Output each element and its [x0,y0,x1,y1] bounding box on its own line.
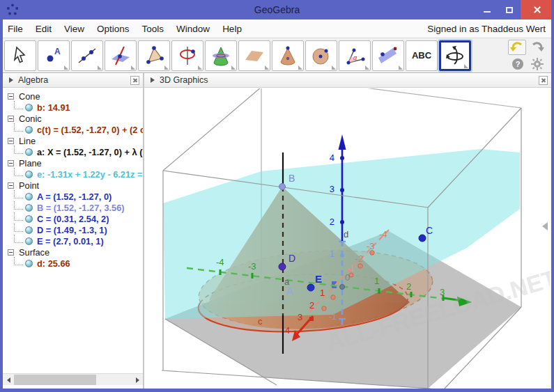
graphics-title: 3D Graphics [160,75,208,85]
collapse-minus-icon[interactable] [8,116,14,122]
gear-icon [531,58,544,70]
close-icon [541,78,546,83]
graphics-close-button[interactable] [539,76,548,85]
visibility-marble-icon[interactable] [25,148,33,156]
group-label: Point [19,180,39,191]
visibility-marble-icon[interactable] [25,237,33,245]
visibility-marble-icon[interactable] [25,226,33,234]
visibility-marble-icon[interactable] [25,104,33,111]
scene-label-C: C [426,225,433,236]
tool-plane[interactable] [238,40,270,71]
scroll-right-button[interactable] [132,374,143,386]
tool-move[interactable] [4,40,36,71]
collapse-minus-icon[interactable] [8,182,14,189]
tree-item-B[interactable]: B = (1.52, -1.27, 3.56) [3,202,143,213]
algebra-horizontal-scrollbar[interactable] [3,373,143,385]
tree-group-line[interactable]: Line [3,135,143,146]
tool-angle[interactable]: α [339,40,371,71]
collapse-minus-icon[interactable] [8,138,14,144]
tree-item-D[interactable]: D = (1.49, -1.3, 1) [3,224,143,235]
tree-item-A[interactable]: A = (1.52, -1.27, 0) [3,191,143,202]
visibility-marble-icon[interactable] [25,126,33,134]
menu-window[interactable]: Window [170,24,216,34]
menu-file[interactable]: File [0,24,29,34]
tree-connector [14,257,23,265]
close-button[interactable] [521,0,554,19]
point-E[interactable] [307,284,314,291]
menu-tools[interactable]: Tools [136,24,171,34]
group-label: Conic [19,113,42,124]
polygon-icon [143,45,165,67]
tree-item-E[interactable]: E = (2.7, 0.01, 1) [3,235,143,246]
help-button[interactable]: ? [509,56,527,72]
menu-view[interactable]: View [58,24,91,34]
visibility-marble-icon[interactable] [25,260,33,267]
tree-connector [14,146,23,154]
collapse-minus-icon[interactable] [8,93,14,100]
algebra-collapse-icon[interactable] [9,77,13,83]
scene-label-D: D [288,253,295,264]
text-tool-label: ABC [412,50,431,61]
close-icon [132,78,137,83]
tool-intersect-two-surfaces[interactable] [205,40,237,71]
redo-button[interactable] [528,40,546,55]
scroll-left-button[interactable] [3,374,14,386]
tool-reflect[interactable] [372,40,404,71]
tool-circle-with-axis[interactable] [171,40,203,71]
tree-item-d[interactable]: d: 25.66 [3,258,143,269]
scene-label--4: -4 [216,257,224,267]
menu-options[interactable]: Options [91,24,136,34]
scene-label-B: B [288,173,295,184]
tool-polygon[interactable] [138,40,170,71]
visibility-marble-icon[interactable] [25,215,33,223]
angle-icon: α [344,45,366,67]
visibility-marble-icon[interactable] [25,193,33,201]
scrollbar-thumb[interactable] [14,375,96,385]
tool-perpendicular-line[interactable] [105,40,137,71]
maximize-button[interactable] [498,0,521,19]
minimize-button[interactable] [476,0,498,19]
scene-label--1: -1 [347,264,354,272]
dropdown-arrow-icon [231,65,236,70]
settings-button[interactable] [528,56,546,72]
tool-sphere[interactable] [305,40,337,71]
tree-group-plane[interactable]: Plane [3,157,143,168]
tool-rotate-3d-view[interactable] [439,40,471,71]
svg-text:A: A [54,47,61,56]
tree-item-b[interactable]: b: 14.91 [3,102,143,113]
tree-group-point[interactable]: Point [3,180,143,191]
collapse-minus-icon[interactable] [8,160,14,166]
3d-view[interactable]: ALL-FREELOAD.NET 4321-1-4-3-1123-4-3-2-1… [144,88,550,389]
graphics-collapse-icon[interactable] [151,77,155,83]
menu-help[interactable]: Help [216,24,248,34]
tree-item-c[interactable]: c(t) = (1.52, -1.27, 0) + (2 cos [3,124,143,135]
visibility-marble-icon[interactable] [25,204,33,212]
tree-item-a[interactable]: a: X = (1.52, -1.27, 0) + λ (0, [3,146,143,157]
panel-splitter-collapse-button[interactable] [542,222,549,233]
menu-edit[interactable]: Edit [29,24,58,34]
tree-item-C[interactable]: C = (0.31, 2.54, 2) [3,213,143,224]
scene-label--1: -1 [329,312,337,322]
point-D[interactable] [279,263,286,270]
tool-point[interactable]: A [38,40,70,71]
point-B[interactable] [279,184,286,190]
item-value: A = (1.52, -1.27, 0) [37,191,111,202]
tree-item-e[interactable]: e: -1.31x + 1.22y - 6.21z = -9 [3,168,143,180]
algebra-close-button[interactable] [130,76,139,85]
visibility-marble-icon[interactable] [25,171,33,178]
tree-group-conic[interactable]: Conic [3,113,143,124]
left-arrow-icon [7,377,10,383]
tree-group-cone[interactable]: Cone [3,91,143,102]
tool-cone[interactable] [272,40,304,71]
tool-line[interactable] [71,40,103,71]
undo-button[interactable] [508,40,526,55]
item-value: C = (0.31, 2.54, 2) [37,214,109,224]
scene-label-2: 2 [309,300,314,311]
tree-connector [14,123,23,132]
collapse-minus-icon[interactable] [8,249,14,256]
point-C[interactable] [419,235,426,242]
tool-text[interactable]: ABC [406,40,438,71]
tree-group-surface[interactable]: Surface [3,246,143,258]
item-value: b: 14.91 [37,102,70,113]
item-value: a: X = (1.52, -1.27, 0) + λ (0, [37,147,143,157]
